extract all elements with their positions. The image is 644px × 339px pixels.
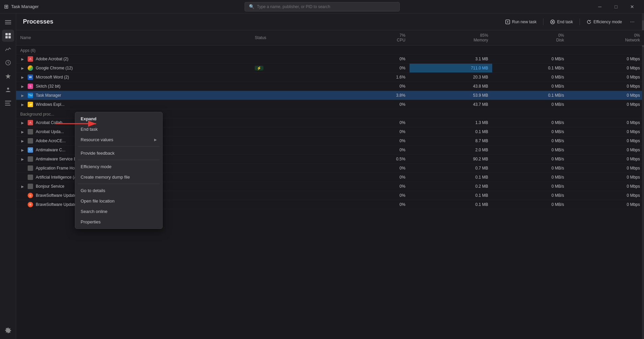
sidebar-item-processes[interactable] (2, 30, 14, 42)
col-status[interactable]: Status (251, 30, 340, 45)
svg-rect-11 (5, 103, 10, 103)
memory-cell: 43.7 MB (410, 100, 492, 109)
efficiency-mode-label: Efficiency mode (593, 20, 622, 24)
window-controls: ─ □ ✕ (592, 1, 640, 12)
table-row[interactable]: ▶ A Adobe Acrobat (2) 0% 3.1 MB 0 MB/s 0… (16, 55, 644, 64)
table-row[interactable]: ▶ Google Chrome (12) ⚡ 0% 711.0 MB 0.1 M… (16, 64, 644, 73)
expand-icon[interactable]: ▶ (20, 148, 25, 152)
col-name[interactable]: Name (16, 30, 251, 45)
cpu-cell: 0% (340, 55, 410, 64)
expand-icon[interactable]: ▶ (20, 157, 25, 161)
expand-icon[interactable]: ▶ (20, 93, 25, 98)
expand-icon[interactable]: ▶ (20, 120, 25, 125)
sidebar-item-startup[interactable] (2, 70, 14, 82)
svg-rect-10 (5, 101, 11, 101)
cpu-cell: 0% (340, 127, 410, 136)
svg-rect-12 (5, 105, 10, 105)
col-memory[interactable]: 85% Memory (410, 30, 492, 45)
cpu-cell: 0% (340, 82, 410, 91)
memory-cell: 711.0 MB (410, 64, 492, 73)
cpu-cell: 3.8% (340, 91, 410, 100)
cpu-cell: 0.5% (340, 155, 410, 164)
disk-cell: 0 MB/s (492, 82, 568, 91)
network-cell: 0 Mbps (568, 164, 644, 173)
memory-cell: 0.2 MB (410, 182, 492, 191)
ctx-search-online[interactable]: Search online (75, 206, 162, 217)
ctx-provide-feedback[interactable]: Provide feedback (75, 148, 162, 158)
sidebar-item-settings[interactable] (2, 324, 14, 336)
process-icon (28, 138, 33, 144)
efficiency-badge: ⚡ (255, 66, 263, 70)
svg-rect-3 (5, 33, 8, 35)
memory-cell: 0.1 MB (410, 173, 492, 182)
network-cell: 0 Mbps (568, 64, 644, 73)
expand-icon[interactable]: ▶ (20, 102, 25, 107)
status-cell: ⚡ (251, 64, 340, 73)
ctx-efficiency-mode[interactable]: Efficiency mode (75, 161, 162, 172)
svg-marker-8 (5, 74, 11, 79)
table-row[interactable]: ▶ 📁 Windows Expl... 0% 43.7 MB 0 MB/s 0 … (16, 100, 644, 109)
expand-icon[interactable]: ▶ (20, 75, 25, 80)
ctx-properties[interactable]: Properties (75, 217, 162, 227)
col-disk[interactable]: 0% Disk (492, 30, 568, 45)
app-title: Task Manager (11, 4, 39, 9)
page-title: Processes (23, 18, 500, 25)
expand-icon[interactable]: ▶ (20, 84, 25, 89)
scrollbar-track[interactable] (642, 13, 644, 339)
end-task-button[interactable]: End task (546, 18, 577, 26)
table-row[interactable]: ▶ W Microsoft Word (2) 1.6% 20.3 MB 0 MB… (16, 73, 644, 82)
ctx-go-to-details[interactable]: Go to details (75, 185, 162, 196)
more-options-button[interactable]: ··· (627, 18, 637, 26)
expand-icon[interactable]: ▶ (20, 138, 25, 143)
close-button[interactable]: ✕ (624, 1, 640, 12)
sidebar-item-menu[interactable] (2, 16, 14, 28)
disk-cell: 0 MB/s (492, 136, 568, 146)
ctx-separator-1 (78, 146, 160, 147)
run-icon (505, 20, 510, 24)
disk-cell: 0 MB/s (492, 200, 568, 209)
search-input[interactable] (257, 4, 395, 9)
sidebar-item-users[interactable] (2, 84, 14, 96)
expand-icon[interactable]: ▶ (20, 66, 25, 70)
process-icon: B (28, 202, 33, 207)
expand-icon[interactable]: ▶ (20, 57, 25, 61)
ctx-expand[interactable]: Expand (75, 114, 162, 124)
ctx-end-task[interactable]: End task (75, 124, 162, 134)
network-cell: 0 Mbps (568, 82, 644, 91)
process-name-cell: ▶ A Adobe Acrobat (2) (16, 55, 251, 64)
disk-cell: 0 MB/s (492, 146, 568, 155)
ctx-open-file-location[interactable]: Open file location (75, 196, 162, 206)
disk-cell: 0 MB/s (492, 73, 568, 82)
efficiency-mode-button[interactable]: Efficiency mode (583, 18, 626, 26)
status-cell (251, 127, 340, 136)
status-cell (251, 118, 340, 127)
memory-cell: 90.2 MB (410, 155, 492, 164)
sidebar-item-details[interactable] (2, 97, 14, 109)
process-name-cell: ▶ Google Chrome (12) (16, 64, 251, 73)
ctx-create-memory-dump[interactable]: Create memory dump file (75, 172, 162, 182)
memory-cell: 2.0 MB (410, 146, 492, 155)
search-box[interactable]: 🔍 (245, 2, 400, 11)
process-name: Skitch (32 bit) (36, 84, 60, 89)
col-network[interactable]: 0% Network (568, 30, 644, 45)
disk-cell: 0 MB/s (492, 100, 568, 109)
expand-icon[interactable]: ▶ (20, 129, 25, 134)
status-cell (251, 100, 340, 109)
table-row[interactable]: ▶ S Skitch (32 bit) 0% 43.8 MB 0 MB/s 0 … (16, 82, 644, 91)
ctx-resource-values[interactable]: Resource values ▶ (75, 134, 162, 145)
sidebar-item-performance[interactable] (2, 43, 14, 55)
col-cpu[interactable]: 7% CPU (340, 30, 410, 45)
minimize-button[interactable]: ─ (592, 1, 608, 12)
network-cell: 0 Mbps (568, 173, 644, 182)
svg-rect-4 (8, 33, 11, 35)
expand-icon[interactable]: ▶ (20, 184, 25, 189)
network-cell: 0 Mbps (568, 191, 644, 200)
maximize-button[interactable]: □ (608, 1, 624, 12)
run-new-task-button[interactable]: Run new task (501, 18, 541, 26)
table-row[interactable]: ▶ TM Task Manager 3.8% 53.9 MB 0.1 MB/s … (16, 91, 644, 100)
process-name: Bonjour Service (36, 184, 64, 189)
process-name: Task Manager (36, 93, 61, 98)
disk-cell: 0.1 MB/s (492, 91, 568, 100)
disk-cell: 0.1 MB/s (492, 64, 568, 73)
sidebar-item-history[interactable] (2, 57, 14, 69)
